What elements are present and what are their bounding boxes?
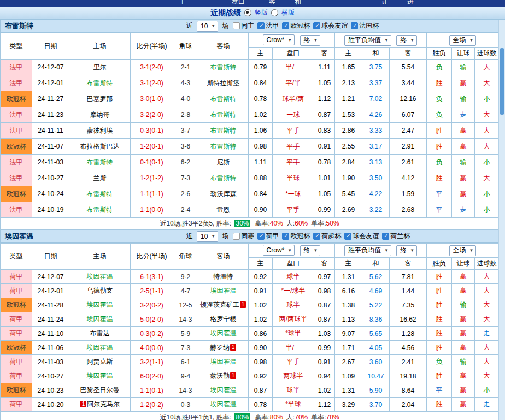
team-link[interactable]: 埃因霍温 — [87, 315, 113, 323]
team-link[interactable]: 尼斯 — [217, 158, 230, 166]
away-team[interactable]: 勒沃库森 — [198, 186, 249, 202]
filter-checkbox-欧冠杯[interactable]: 欧冠杯 — [282, 21, 310, 31]
europe-odds-select[interactable]: 胜平负均值▼ — [344, 35, 391, 46]
team-link[interactable]: 埃因霍温 — [210, 358, 237, 365]
checkbox-box[interactable] — [282, 22, 289, 29]
match-score[interactable]: 1-1(1-1) — [131, 186, 173, 202]
europe-time-select[interactable]: 终▼ — [396, 245, 417, 256]
match-score[interactable]: 5-0(2-0) — [131, 312, 173, 327]
checkbox-box[interactable] — [257, 22, 265, 29]
home-team[interactable]: 兰斯 — [69, 170, 131, 186]
recent-count-select[interactable]: 10▼ — [197, 231, 218, 242]
match-score[interactable]: 1-2(0-1) — [131, 139, 173, 155]
match-score[interactable]: 2-5(1-1) — [131, 284, 173, 298]
filter-checkbox-荷超杯[interactable]: 荷超杯 — [313, 232, 341, 241]
team-link[interactable]: 布雷斯特 — [210, 111, 237, 119]
team-link[interactable]: 埃因霍温 — [210, 329, 237, 337]
match-score[interactable]: 3-2(2-0) — [131, 107, 173, 123]
team-link[interactable]: 特温特 — [214, 273, 233, 280]
filter-checkbox-同主[interactable]: 同主 — [233, 21, 254, 31]
team-link[interactable]: 顿涅茨克矿工 — [200, 301, 239, 309]
filter-checkbox-法甲[interactable]: 法甲 — [257, 21, 279, 31]
match-score[interactable]: 0-1(0-1) — [131, 155, 173, 170]
home-team[interactable]: 摩纳哥 — [69, 107, 131, 123]
team-link[interactable]: 勒沃库森 — [210, 190, 237, 198]
team-link[interactable]: 布雷斯特 — [210, 143, 237, 150]
home-team[interactable]: 巴塞罗那 — [69, 91, 131, 107]
checkbox-box[interactable] — [313, 233, 320, 240]
away-team[interactable]: 布雷斯特 — [198, 170, 249, 186]
odds-time-select[interactable]: 终▼ — [300, 245, 321, 256]
checkbox-box[interactable] — [257, 233, 265, 240]
home-team[interactable]: 布拉格斯巴达 — [69, 139, 131, 155]
full-game-select[interactable]: 全场▼ — [449, 245, 477, 256]
horizontal-radio-label[interactable]: 横版 — [281, 8, 295, 17]
team-link[interactable]: 摩纳哥 — [90, 111, 110, 119]
team-link[interactable]: 埃因霍温 — [210, 386, 237, 394]
team-link[interactable]: 埃因霍温 — [87, 273, 113, 280]
vertical-scrollbar[interactable] — [498, 20, 505, 420]
checkbox-box[interactable] — [313, 22, 320, 29]
match-score[interactable]: 4-0(0-0) — [131, 341, 173, 355]
team-link[interactable]: 布雷斯特 — [87, 158, 113, 166]
match-score[interactable]: 0-3(0-2) — [131, 327, 173, 341]
match-score[interactable]: 3-1(2-0) — [131, 60, 173, 75]
away-team[interactable]: 布雷斯特 — [198, 60, 249, 75]
away-team[interactable]: 埃因霍温 — [198, 355, 249, 369]
away-team[interactable]: 雷恩 — [198, 202, 249, 218]
match-score[interactable]: 1-2(0-2) — [131, 398, 173, 412]
checkbox-box[interactable] — [382, 233, 389, 240]
team-link[interactable]: 蒙彼利埃 — [87, 127, 113, 134]
away-team[interactable]: 布雷斯特 — [198, 107, 249, 123]
team-link[interactable]: 布雷斯特 — [210, 63, 237, 71]
team-link[interactable]: 布拉格斯巴达 — [80, 143, 120, 150]
home-team[interactable]: 里尔 — [69, 60, 131, 75]
away-team[interactable]: 斯特拉斯堡 — [198, 75, 249, 91]
checkbox-box[interactable] — [233, 22, 240, 29]
home-team[interactable]: 布雷斯特 — [69, 202, 131, 218]
filter-checkbox-荷兰杯[interactable]: 荷兰杯 — [382, 232, 410, 241]
team-link[interactable]: 里尔 — [93, 63, 107, 71]
team-link[interactable]: 布雷斯特 — [87, 190, 113, 198]
away-team[interactable]: 格罗宁根 — [198, 312, 249, 327]
team-link[interactable]: 布雷达 — [90, 329, 110, 337]
team-link[interactable]: 斯特拉斯堡 — [207, 79, 240, 87]
team-link[interactable]: 布雷斯特 — [210, 127, 237, 134]
europe-odds-select[interactable]: 胜平负均值▼ — [344, 245, 391, 256]
away-team[interactable]: 布雷斯特 — [198, 139, 249, 155]
home-team[interactable]: 布雷斯特 — [69, 155, 131, 170]
horizontal-radio[interactable] — [271, 9, 278, 16]
team-link[interactable]: 埃因霍温 — [210, 400, 237, 408]
home-team[interactable]: 1阿尔克马尔 — [69, 398, 131, 412]
match-score[interactable]: 1-1(0-0) — [131, 202, 173, 218]
home-team[interactable]: 巴黎圣日尔曼 — [69, 383, 131, 398]
vertical-radio[interactable] — [244, 9, 251, 16]
home-team[interactable]: 埃因霍温 — [69, 341, 131, 355]
away-team[interactable]: 特温特 — [198, 270, 249, 284]
team-link[interactable]: 布雷斯特 — [87, 206, 113, 214]
away-team[interactable]: 赫罗纳1 — [198, 341, 249, 355]
checkbox-box[interactable] — [233, 233, 240, 240]
filter-checkbox-球会友谊[interactable]: 球会友谊 — [313, 21, 348, 31]
home-team[interactable]: 埃因霍温 — [69, 312, 131, 327]
home-team[interactable]: 乌德勒支 — [69, 284, 131, 298]
team-link[interactable]: 格罗宁根 — [210, 315, 237, 323]
team-link[interactable]: 兹沃勒 — [210, 372, 230, 380]
filter-checkbox-同赛[interactable]: 同赛 — [233, 232, 254, 241]
team-link[interactable]: 赫罗纳 — [210, 344, 230, 351]
match-score[interactable]: 3-0(1-0) — [131, 91, 173, 107]
odds-company-select[interactable]: Crow*▼ — [263, 245, 295, 256]
team-link[interactable]: 乌德勒支 — [87, 287, 113, 294]
match-score[interactable]: 1-1(0-1) — [131, 383, 173, 398]
home-team[interactable]: 布雷斯特 — [69, 186, 131, 202]
team-link[interactable]: 布雷斯特 — [87, 79, 113, 87]
full-game-select[interactable]: 全场▼ — [449, 35, 477, 46]
match-score[interactable]: 0-3(0-1) — [131, 123, 173, 139]
away-team[interactable]: 布雷斯特 — [198, 123, 249, 139]
match-score[interactable]: 3-1(2-0) — [131, 75, 173, 91]
team-link[interactable]: 巴塞罗那 — [87, 95, 113, 103]
home-team[interactable]: 埃因霍温 — [69, 369, 131, 383]
team-link[interactable]: 阿贾克斯 — [87, 358, 113, 365]
team-link[interactable]: 埃因霍温 — [87, 344, 113, 351]
home-team[interactable]: 布雷达 — [69, 327, 131, 341]
